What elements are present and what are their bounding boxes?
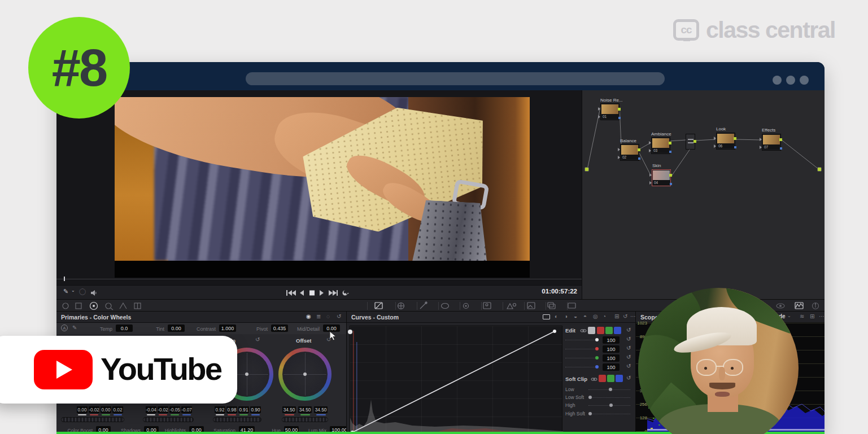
offset-wheel[interactable]: [278, 348, 332, 401]
right-tool-icons[interactable]: [775, 301, 823, 310]
node-01-noise-reduction[interactable]: 01: [600, 103, 620, 120]
curve-mode-icon[interactable]: ◑: [564, 313, 568, 319]
offset-master-wheel[interactable]: [282, 417, 328, 422]
node-source-output[interactable]: [585, 167, 589, 172]
address-bar[interactable]: [246, 72, 665, 85]
speaker-icon[interactable]: [90, 290, 97, 296]
log-mode-icon[interactable]: ◌: [326, 313, 330, 319]
node-final-output[interactable]: [817, 167, 822, 172]
youtube-play-button[interactable]: [34, 350, 93, 389]
high-knob[interactable]: [609, 404, 613, 407]
node-02-balance[interactable]: 02: [620, 144, 639, 161]
gamma-value[interactable]: -0.02: [158, 406, 168, 413]
b-channel-slider[interactable]: [565, 367, 597, 367]
gamma-value[interactable]: -0.07: [181, 406, 192, 413]
soft-clip-r-button[interactable]: [599, 375, 606, 382]
offset-value[interactable]: 34.50: [298, 406, 312, 413]
y-channel-slider[interactable]: [565, 340, 597, 340]
soft-clip-b-button[interactable]: [616, 375, 623, 382]
low-knob[interactable]: [609, 388, 612, 391]
lift-value[interactable]: 0.00: [77, 406, 88, 413]
gain-value[interactable]: 0.92: [215, 406, 225, 413]
node-06-look[interactable]: 06: [716, 133, 735, 150]
lift-value[interactable]: 0.00: [101, 406, 111, 413]
soft-clip-link-icon[interactable]: [591, 376, 597, 383]
scope-expand-icon[interactable]: ⊞: [810, 313, 814, 319]
wheels-mode-icon[interactable]: ◉: [306, 313, 311, 319]
bypass-icon[interactable]: ◯: [79, 288, 86, 295]
curve-mode-icon[interactable]: ◐: [555, 313, 558, 319]
high-soft-slider[interactable]: [588, 414, 630, 414]
curve-custom-mode-icon[interactable]: [543, 314, 550, 319]
channel-b-button[interactable]: [614, 327, 621, 334]
curve-mode-icon[interactable]: ◒: [574, 313, 577, 319]
curves-graph[interactable]: [350, 326, 562, 434]
gain-master-wheel[interactable]: [213, 417, 261, 422]
center-tool-icons[interactable]: [374, 301, 628, 310]
viewer-scrub-track[interactable]: [56, 279, 582, 279]
high-soft-knob[interactable]: [588, 412, 592, 415]
lift-value[interactable]: 0.02: [112, 406, 123, 413]
scope-mode-chevron-icon[interactable]: ⌄: [787, 313, 791, 318]
low-soft-slider[interactable]: [588, 397, 630, 398]
gamma-master-wheel[interactable]: [143, 417, 194, 422]
y-channel-value[interactable]: 100: [603, 336, 620, 344]
channel-r-button[interactable]: [597, 327, 604, 334]
pen-dropdown-icon[interactable]: ⌄: [71, 288, 75, 293]
curve-edge-handle: [348, 330, 352, 334]
b-channel-value[interactable]: 100: [603, 363, 620, 371]
node-layer-mixer[interactable]: [686, 134, 695, 150]
gamma-value[interactable]: -0.04: [146, 406, 156, 413]
g-knob[interactable]: [595, 356, 599, 360]
offset-value[interactable]: 34.50: [282, 406, 296, 413]
soft-clip-g-button[interactable]: [607, 375, 614, 382]
node-07-effects[interactable]: 07: [762, 134, 781, 151]
edit-reset-icon[interactable]: ↺: [626, 327, 631, 333]
r-channel-value[interactable]: 100: [603, 345, 620, 353]
y-reset-icon[interactable]: ↺: [626, 336, 631, 342]
field-label: Temp: [76, 326, 112, 332]
curve-mode-icon[interactable]: ◔: [603, 313, 606, 319]
bars-mode-icon[interactable]: ≣: [316, 313, 321, 319]
node-03-ambiance[interactable]: 03: [651, 137, 670, 154]
gain-value[interactable]: 0.91: [238, 406, 249, 413]
window-menu-dot-1[interactable]: [773, 76, 782, 85]
soft-clip-reset-icon[interactable]: ↺: [626, 375, 631, 381]
gain-reset-icon[interactable]: ↺: [255, 336, 260, 343]
pen-tool-icon[interactable]: ✎: [63, 288, 68, 295]
channel-y-button[interactable]: [588, 327, 595, 334]
offset-value[interactable]: 34.50: [314, 406, 328, 413]
g-channel-value[interactable]: 100: [603, 354, 620, 362]
lift-value[interactable]: -0.02: [89, 406, 99, 413]
gain-value[interactable]: 0.90: [250, 406, 261, 413]
viewer-playhead[interactable]: [64, 277, 65, 281]
left-tool-icons[interactable]: [61, 302, 174, 310]
b-knob[interactable]: [595, 365, 599, 369]
r-channel-slider[interactable]: [565, 349, 597, 349]
scope-more-icon[interactable]: ⋯: [819, 313, 825, 319]
link-icon[interactable]: [580, 327, 587, 334]
low-soft-knob[interactable]: [588, 396, 592, 399]
r-knob[interactable]: [595, 347, 599, 350]
curve-mode-icon[interactable]: ◎: [593, 313, 598, 319]
curves-reset-icon[interactable]: ↺: [623, 313, 627, 319]
g-reset-icon[interactable]: ↺: [626, 354, 631, 360]
y-knob[interactable]: [595, 338, 599, 341]
window-menu-dot-2[interactable]: [786, 76, 795, 85]
scope-settings-icon[interactable]: ≋: [800, 313, 804, 319]
gain-value[interactable]: 0.98: [226, 406, 237, 413]
curves-expand-icon[interactable]: ⊞: [614, 313, 619, 319]
r-reset-icon[interactable]: ↺: [626, 345, 631, 351]
auto-balance-icon[interactable]: A: [61, 325, 68, 331]
primaries-reset-icon[interactable]: ↺: [337, 313, 341, 319]
node-label: Noise Re...: [600, 98, 640, 103]
g-channel-slider[interactable]: [565, 358, 597, 358]
curve-mode-icon[interactable]: ◓: [583, 313, 587, 319]
channel-g-button[interactable]: [605, 327, 613, 334]
node-04-skin-selected[interactable]: 04: [652, 169, 671, 186]
b-reset-icon[interactable]: ↺: [626, 363, 631, 369]
window-menu-dot-3[interactable]: [800, 76, 809, 85]
gamma-value[interactable]: -0.05: [169, 406, 180, 413]
transport-controls[interactable]: [285, 289, 353, 297]
lift-master-wheel[interactable]: [61, 417, 124, 422]
